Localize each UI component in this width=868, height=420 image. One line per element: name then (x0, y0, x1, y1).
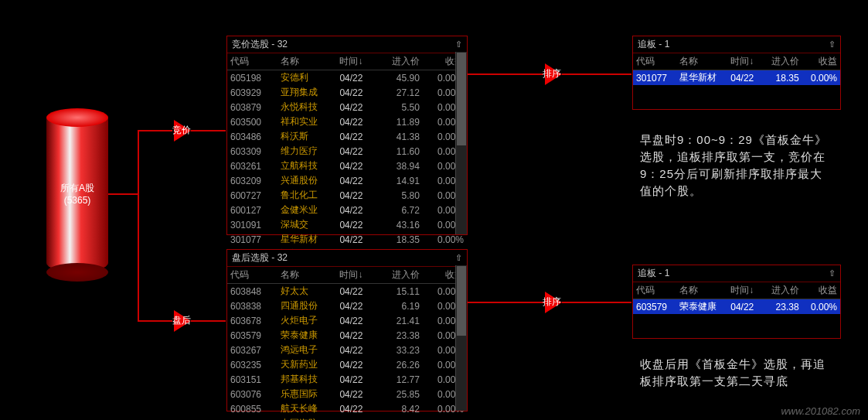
table-row[interactable]: 603848好太太04/2215.110.00% (227, 284, 467, 299)
table-row[interactable]: 603838四通股份04/226.190.00% (227, 299, 467, 313)
cell-code: 603929 (227, 85, 277, 100)
column-header[interactable]: 代码 (227, 53, 277, 70)
table-row[interactable]: 603500祥和实业04/2211.890.00% (227, 114, 467, 129)
cell-code: 600727 (227, 188, 277, 203)
table-row[interactable]: 603579荣泰健康04/2223.380.00% (633, 299, 840, 315)
panel-title-text: 盘后选股 - 32 (232, 251, 288, 265)
cell-code: 603486 (227, 129, 277, 144)
cell-price: 45.90 (376, 70, 423, 86)
cell-time: 04/22 (336, 100, 376, 114)
panel-up-icon[interactable]: ⇧ (829, 39, 836, 50)
table-row[interactable]: 603579荣泰健康04/2223.380.00% (227, 328, 467, 343)
column-header[interactable]: 时间↓ (336, 53, 376, 70)
cell-name: 祥和实业 (277, 114, 336, 129)
cell-price: 11.89 (376, 114, 423, 129)
column-header[interactable]: 进入价 (376, 53, 423, 70)
table-row[interactable]: 603209兴通股份04/2214.910.00% (227, 173, 467, 188)
cell-code: 600127 (227, 203, 277, 217)
cell-price: 18.35 (762, 70, 802, 86)
cell-price: 33.23 (376, 343, 423, 357)
column-header[interactable]: 收益 (802, 282, 840, 299)
table-row[interactable]: 603261立航科技04/2238.940.00% (227, 159, 467, 173)
column-header[interactable]: 进入价 (376, 267, 423, 284)
column-header[interactable]: 时间↓ (727, 282, 762, 299)
cell-price: 22.87 (376, 416, 423, 420)
column-header[interactable]: 收益 (802, 53, 840, 70)
table-zhuiban-2: 代码名称时间↓进入价收益 603579荣泰健康04/2223.380.00% (633, 282, 840, 314)
table-row[interactable]: 603076乐惠国际04/2225.850.00% (227, 387, 467, 401)
panel-up-icon[interactable]: ⇧ (829, 268, 836, 278)
column-header[interactable]: 时间↓ (336, 267, 376, 284)
panel-up-icon[interactable]: ⇧ (455, 39, 462, 50)
cell-name: 航天长峰 (277, 401, 336, 416)
panel-title-text: 追板 - 1 (638, 38, 669, 51)
column-header[interactable]: 代码 (633, 282, 676, 299)
table-row[interactable]: 605198安德利04/2245.900.00% (227, 70, 467, 86)
table-panhou: 代码名称时间↓进入价收益 603848好太太04/2215.110.00%603… (227, 267, 467, 420)
cell-code: 603235 (227, 357, 277, 372)
column-header[interactable]: 进入价 (762, 53, 802, 70)
cell-name: 星华新材 (676, 70, 727, 86)
column-header[interactable]: 名称 (676, 53, 727, 70)
column-header[interactable]: 名称 (277, 53, 336, 70)
cell-time: 04/22 (336, 299, 376, 313)
panel-title-text: 竞价选股 - 32 (232, 38, 288, 51)
table-zhuiban-1: 代码名称时间↓进入价收益 301077星华新材04/2218.350.00% (633, 53, 840, 85)
table-row[interactable]: 600727鲁北化工04/225.800.00% (227, 188, 467, 203)
cell-name: 邦基科技 (277, 372, 336, 387)
panel-zhuiban-1: 追板 - 1 ⇧ 代码名称时间↓进入价收益 301077星华新材04/2218.… (632, 36, 841, 110)
table-row[interactable]: 301077星华新材04/2218.350.00% (227, 232, 467, 247)
cell-code: 603848 (227, 284, 277, 299)
cell-ret: 0.00% (802, 299, 840, 315)
table-row[interactable]: 301077星华新材04/2218.350.00% (633, 70, 840, 86)
table-row[interactable]: 603267鸿远电子04/2233.230.00% (227, 343, 467, 357)
column-header[interactable]: 代码 (227, 267, 277, 284)
triangle-label-jingjia: 竞价 (172, 124, 191, 137)
cell-name: 亚翔集成 (277, 85, 336, 100)
table-row[interactable]: 603151邦基科技04/2212.770.00% (227, 372, 467, 387)
column-header[interactable]: 进入价 (762, 282, 802, 299)
line (138, 130, 139, 322)
table-row[interactable]: 603486科沃斯04/2241.380.00% (227, 129, 467, 144)
table-row[interactable]: 301091深城交04/2243.160.00% (227, 217, 467, 232)
line (497, 73, 543, 75)
cell-name: 四通股份 (277, 299, 336, 313)
watermark: www.201082.com (781, 405, 860, 417)
cell-time: 04/22 (727, 299, 762, 315)
table-row[interactable]: 603929亚翔集成04/2227.120.00% (227, 85, 467, 100)
cell-price: 27.12 (376, 85, 423, 100)
cell-name: 乐惠国际 (277, 387, 336, 401)
cell-price: 38.94 (376, 159, 423, 173)
column-header[interactable]: 代码 (633, 53, 676, 70)
column-header[interactable]: 名称 (676, 282, 727, 299)
table-row[interactable]: 603235天新药业04/2226.260.00% (227, 357, 467, 372)
scrollbar[interactable] (455, 265, 467, 411)
table-row[interactable]: 600855航天长峰04/228.420.00% (227, 401, 467, 416)
cell-price: 11.60 (376, 144, 423, 159)
cell-name: 兴通股份 (277, 173, 336, 188)
table-row[interactable]: 600127金健米业04/226.720.00% (227, 203, 467, 217)
cell-code: 301091 (227, 217, 277, 232)
table-row[interactable]: 603309维力医疗04/2211.600.00% (227, 144, 467, 159)
cell-code: 605198 (227, 70, 277, 86)
cell-code: 603579 (633, 299, 676, 315)
cell-code: 600764 (227, 416, 277, 420)
cell-price: 41.38 (376, 129, 423, 144)
table-row[interactable]: 603879永悦科技04/225.500.00% (227, 100, 467, 114)
scrollbar[interactable] (455, 52, 467, 234)
column-header[interactable]: 名称 (277, 267, 336, 284)
triangle-label-sort-1: 排序 (543, 67, 561, 80)
table-row[interactable]: 600764中国海防04/2222.870.00% (227, 416, 467, 420)
line (562, 73, 631, 75)
cell-code: 603500 (227, 114, 277, 129)
column-header[interactable]: 时间↓ (727, 53, 762, 70)
panel-panhou: 盘后选股 - 32 ⇧ 代码名称时间↓进入价收益 603848好太太04/221… (226, 249, 468, 411)
triangle-label-panhou: 盘后 (172, 314, 191, 327)
cell-code: 603309 (227, 144, 277, 159)
line (108, 193, 139, 195)
cylinder-all-a-shares: 所有A股 (5365) (46, 108, 108, 278)
cell-code: 301077 (227, 232, 277, 247)
cell-time: 04/22 (336, 372, 376, 387)
panel-up-icon[interactable]: ⇧ (455, 253, 462, 263)
table-row[interactable]: 603678火炬电子04/2221.410.00% (227, 313, 467, 328)
